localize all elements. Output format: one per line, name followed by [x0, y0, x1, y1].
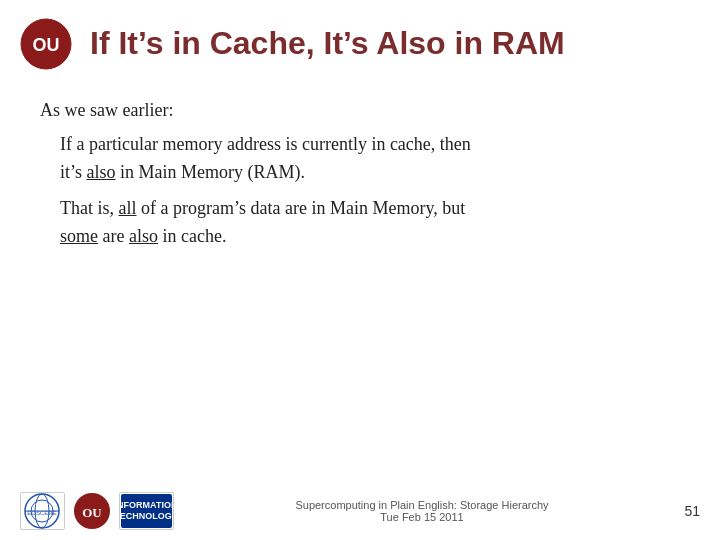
p1-also: also: [87, 162, 116, 182]
p2-text3: are: [98, 226, 129, 246]
svg-text:INFORMATION: INFORMATION: [120, 500, 173, 510]
slide-footer: EOSCERE OU INFORMATION TECHNOLOGY Superc…: [0, 484, 720, 540]
slide-title: If It’s in Cache, It’s Also in RAM: [90, 26, 565, 61]
slide-content: As we saw earlier: If a particular memor…: [0, 80, 720, 484]
p2-text4: in cache.: [158, 226, 226, 246]
p1-text1: If a particular memory address is curren…: [60, 134, 471, 154]
footer-it-logo: INFORMATION TECHNOLOGY: [119, 492, 174, 530]
svg-text:EOSCERE: EOSCERE: [27, 510, 56, 516]
slide: OU If It’s in Cache, It’s Also in RAM As…: [0, 0, 720, 540]
body-text: If a particular memory address is curren…: [60, 131, 680, 251]
footer-subtitle-line2: Tue Feb 15 2011: [174, 511, 670, 523]
footer-logos: EOSCERE OU INFORMATION TECHNOLOGY: [20, 492, 174, 530]
intro-text: As we saw earlier:: [40, 100, 680, 121]
svg-text:OU: OU: [82, 505, 102, 520]
ou-logo: OU: [20, 18, 72, 70]
p2-some: some: [60, 226, 98, 246]
svg-text:OU: OU: [33, 35, 60, 55]
paragraph-1: If a particular memory address is curren…: [60, 131, 680, 187]
footer-center-text: Supercomputing in Plain English: Storage…: [174, 499, 670, 523]
paragraph-2: That is, all of a program’s data are in …: [60, 195, 680, 251]
p2-text2: of a program’s data are in Main Memory, …: [137, 198, 466, 218]
p2-text1: That is,: [60, 198, 119, 218]
eot-logo: EOSCERE: [20, 492, 65, 530]
slide-header: OU If It’s in Cache, It’s Also in RAM: [0, 0, 720, 80]
p2-also2: also: [129, 226, 158, 246]
footer-subtitle-line1: Supercomputing in Plain English: Storage…: [174, 499, 670, 511]
p1-text2: it’s: [60, 162, 87, 182]
footer-ou-logo: OU: [73, 492, 111, 530]
page-number: 51: [670, 503, 700, 519]
p1-text3: in Main Memory (RAM).: [116, 162, 305, 182]
p2-all: all: [119, 198, 137, 218]
svg-text:TECHNOLOGY: TECHNOLOGY: [120, 511, 173, 521]
